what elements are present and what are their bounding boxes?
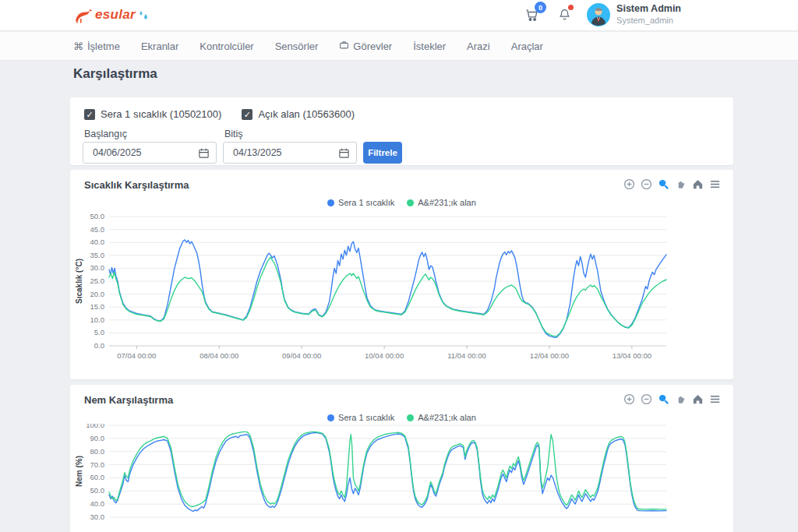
box-zoom-icon[interactable] <box>657 178 669 190</box>
reset-home-icon[interactable] <box>691 178 704 190</box>
zoom-out-icon[interactable] <box>640 178 652 190</box>
main-nav: ⌘İşletmeEkranlarKontrolcülerSensörlerGör… <box>0 32 798 61</box>
sensor-checkbox[interactable]: ✓Açık alan (10563600) <box>242 108 355 120</box>
end-date-label: Bitiş <box>224 129 243 139</box>
svg-text:07/04 00:00: 07/04 00:00 <box>117 351 156 360</box>
svg-text:45.0: 45.0 <box>90 225 105 234</box>
svg-text:5.0: 5.0 <box>94 328 104 336</box>
start-date-label: Başlangıç <box>84 129 127 139</box>
start-date-field <box>83 142 217 164</box>
svg-text:09/04 00:00: 09/04 00:00 <box>282 351 321 360</box>
humidity-chart-card: Nem Karşılaştırma Sera 1 sıcaklıkA&#231;… <box>70 385 733 532</box>
zoom-in-icon[interactable] <box>623 178 635 190</box>
command-icon: ⌘ <box>73 41 83 52</box>
chart-legend: Sera 1 sıcaklıkA&#231;ık alan <box>70 413 733 422</box>
legend-dot-icon <box>327 414 334 421</box>
notification-dot <box>568 5 574 10</box>
top-header: esular 0 <box>0 0 798 31</box>
logo-waterdrops-icon <box>137 8 150 22</box>
sensor-checkbox[interactable]: ✓Sera 1 sıcaklık (10502100) <box>84 108 221 120</box>
svg-text:80.0: 80.0 <box>90 447 105 456</box>
menu-icon[interactable] <box>708 393 721 405</box>
nav-item-label: İstekler <box>413 41 446 52</box>
user-name: Sistem Admin <box>616 3 681 16</box>
svg-text:40.0: 40.0 <box>90 499 105 508</box>
nav-item-kontrolcüler[interactable]: Kontrolcüler <box>200 41 253 52</box>
legend-item[interactable]: Sera 1 sıcaklık <box>327 413 394 422</box>
svg-text:08/04 00:00: 08/04 00:00 <box>200 351 238 360</box>
command-icon: ⌘ <box>73 41 83 52</box>
nav-item-label: İşletme <box>87 41 120 52</box>
svg-text:40.0: 40.0 <box>90 238 105 246</box>
chart-legend: Sera 1 sıcaklıkA&#231;ık alan <box>70 198 733 207</box>
calendar-icon[interactable] <box>338 147 350 159</box>
zoom-out-icon[interactable] <box>640 393 652 405</box>
calendar-icon[interactable] <box>198 147 210 159</box>
briefcase-icon <box>339 40 349 50</box>
legend-item[interactable]: Sera 1 sıcaklık <box>327 198 394 207</box>
user-menu[interactable]: Sistem Admin System_admin <box>587 3 681 26</box>
svg-text:0.0: 0.0 <box>94 341 104 350</box>
svg-text:70.0: 70.0 <box>90 460 105 469</box>
logo-text: esular <box>95 7 136 23</box>
svg-text:13/04 00:00: 13/04 00:00 <box>613 351 651 360</box>
temperature-chart-plot[interactable]: 0.05.010.015.020.025.030.035.040.045.050… <box>73 209 708 369</box>
sensor-checkbox-row: ✓Sera 1 sıcaklık (10502100)✓Açık alan (1… <box>84 108 355 120</box>
reset-home-icon[interactable] <box>691 393 704 405</box>
end-date-field <box>223 142 357 164</box>
nav-item-label: Görevler <box>353 41 392 52</box>
svg-text:25.0: 25.0 <box>90 277 105 285</box>
legend-label: Sera 1 sıcaklık <box>338 413 394 422</box>
pan-icon[interactable] <box>674 393 687 405</box>
legend-item[interactable]: A&#231;ık alan <box>407 198 476 207</box>
nav-item-görevler[interactable]: Görevler <box>339 40 392 52</box>
cart-button[interactable]: 0 <box>521 5 542 25</box>
pan-icon[interactable] <box>674 178 687 190</box>
svg-text:50.0: 50.0 <box>90 486 105 495</box>
chart-toolbar <box>623 393 721 405</box>
nav-item-sensörler[interactable]: Sensörler <box>275 41 319 52</box>
svg-text:30.0: 30.0 <box>90 263 105 272</box>
bell-icon <box>558 8 571 22</box>
humidity-chart-plot[interactable]: 30.040.050.060.070.080.090.0100.0Nem (%) <box>73 424 708 532</box>
svg-text:10/04 00:00: 10/04 00:00 <box>365 351 404 360</box>
legend-label: Sera 1 sıcaklık <box>338 198 394 207</box>
legend-item[interactable]: A&#231;ık alan <box>407 413 476 422</box>
nav-item-label: Kontrolcüler <box>200 41 253 52</box>
svg-text:60.0: 60.0 <box>90 473 105 481</box>
svg-text:50.0: 50.0 <box>90 212 105 220</box>
svg-text:15.0: 15.0 <box>90 302 105 311</box>
svg-text:Sıcaklık (°C): Sıcaklık (°C) <box>75 259 83 304</box>
svg-text:10.0: 10.0 <box>90 315 105 324</box>
nav-item-i̇şletme[interactable]: ⌘İşletme <box>73 41 120 52</box>
app-logo[interactable]: esular <box>73 6 150 23</box>
menu-icon[interactable] <box>708 178 721 190</box>
legend-label: A&#231;ık alan <box>418 198 476 207</box>
zoom-in-icon[interactable] <box>623 393 635 405</box>
user-role: System_admin <box>616 16 681 26</box>
notifications-button[interactable] <box>554 5 574 25</box>
filter-button[interactable]: Filtrele <box>363 142 402 164</box>
svg-text:12/04 00:00: 12/04 00:00 <box>530 351 569 360</box>
briefcase-icon <box>339 40 349 52</box>
nav-item-label: Ekranlar <box>141 41 178 52</box>
nav-item-label: Arazi <box>467 41 490 52</box>
logo-animal-icon <box>73 6 94 23</box>
start-date-input[interactable] <box>83 143 185 163</box>
cart-badge: 0 <box>535 2 546 13</box>
filter-card: ✓Sera 1 sıcaklık (10502100)✓Açık alan (1… <box>70 97 733 165</box>
nav-item-ekranlar[interactable]: Ekranlar <box>141 41 178 52</box>
end-date-input[interactable] <box>224 143 325 163</box>
nav-item-label: Araçlar <box>511 41 543 52</box>
box-zoom-icon[interactable] <box>657 393 669 405</box>
checkbox-label: Açık alan (10563600) <box>258 108 355 120</box>
svg-text:20.0: 20.0 <box>90 290 105 298</box>
avatar <box>587 3 610 26</box>
legend-dot-icon <box>407 199 414 206</box>
nav-item-i̇stekler[interactable]: İstekler <box>413 41 446 52</box>
svg-text:35.0: 35.0 <box>90 251 105 259</box>
nav-item-arazi[interactable]: Arazi <box>467 41 490 52</box>
nav-item-araçlar[interactable]: Araçlar <box>511 41 543 52</box>
page-title: Karşılaştırma <box>73 66 157 82</box>
checkbox-check-icon: ✓ <box>242 109 252 120</box>
